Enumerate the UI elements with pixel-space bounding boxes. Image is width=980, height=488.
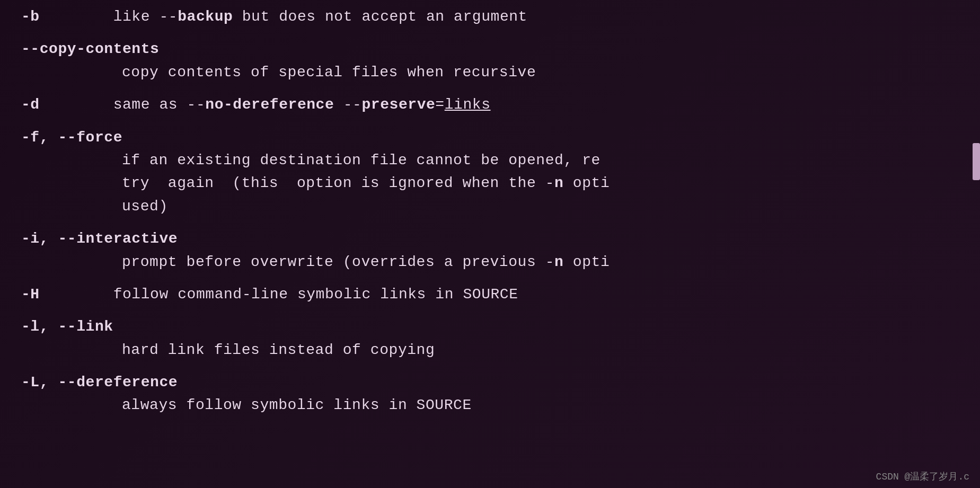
watermark: CSDN @温柔了岁月.c [876,470,969,483]
flag-H: -H [21,286,40,303]
flag-copy-contents: --copy-contents [21,41,159,57]
line-b: -b like --backup but does not accept an … [21,5,959,28]
flag-i: -i, --interactive [21,230,178,247]
line-f-desc1: if an existing destination file cannot b… [21,149,959,172]
scrollbar[interactable] [973,143,980,180]
line-H: -H follow command-line symbolic links in… [21,283,959,306]
terminal: -b like --backup but does not accept an … [0,0,980,488]
line-L-desc: always follow symbolic links in SOURCE [21,394,959,416]
blank-6 [21,306,959,315]
line-f-desc2: try again (this option is ignored when t… [21,172,959,194]
flag-f: -f, --force [21,129,122,146]
line-f-flag: -f, --force [21,126,959,149]
line-i-desc: prompt before overwrite (overrides a pre… [21,251,959,273]
blank-7 [21,361,959,371]
flag-L: -L, --dereference [21,374,178,391]
line-l-desc: hard link files instead of copying [21,339,959,361]
blank-5 [21,273,959,283]
line-d: -d same as --no-dereference --preserve=l… [21,93,959,116]
line-f-desc3: used) [21,195,959,218]
line-copy-contents-desc: copy contents of special files when recu… [21,61,959,84]
blank-4 [21,218,959,227]
blank-1 [21,28,959,38]
flag-b: -b [21,8,40,25]
blank-3 [21,117,959,126]
line-i-flag: -i, --interactive [21,227,959,250]
line-l-flag: -l, --link [21,315,959,338]
line-L-flag: -L, --dereference [21,371,959,394]
blank-2 [21,84,959,93]
flag-d: -d [21,96,40,113]
flag-b-desc: like --backup but does not accept an arg… [40,8,527,25]
flag-l: -l, --link [21,318,113,335]
line-copy-contents-flag: --copy-contents [21,38,959,60]
